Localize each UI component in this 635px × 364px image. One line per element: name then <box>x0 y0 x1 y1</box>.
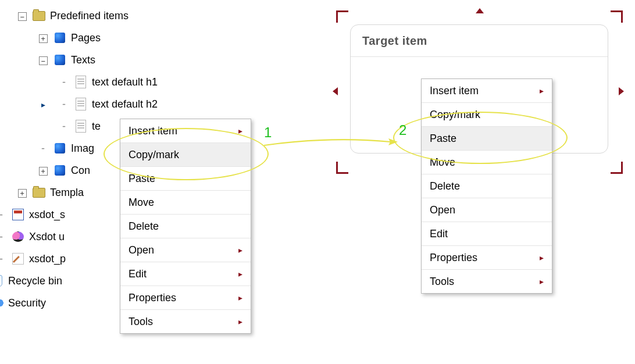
tree-label: text default h2 <box>92 98 158 110</box>
annotation-arrow-icon <box>264 137 398 149</box>
menu-delete[interactable]: Delete <box>422 174 552 198</box>
folder-icon <box>33 186 45 199</box>
users-icon <box>12 230 24 243</box>
crop-corner-icon <box>611 10 623 23</box>
menu-label: Properties <box>430 252 477 264</box>
collapse-icon[interactable]: − <box>39 56 48 65</box>
menu-tools[interactable]: Tools ▸ <box>422 269 552 293</box>
submenu-arrow-icon: ▸ <box>238 245 242 255</box>
tree-label: Con <box>71 165 90 177</box>
submenu-arrow-icon: ▸ <box>238 293 242 302</box>
annotation-ellipse <box>393 112 568 164</box>
cube-icon <box>53 142 66 155</box>
submenu-arrow-icon: ▸ <box>540 253 544 262</box>
xsdot-icon <box>12 208 24 221</box>
menu-open[interactable]: Open ▸ <box>120 238 251 262</box>
tree-node-predefined[interactable]: − Predefined items <box>12 5 256 27</box>
leaf-dash-icon: - <box>0 209 3 220</box>
tree-label: te <box>92 120 101 133</box>
menu-label: Delete <box>129 220 159 233</box>
caret-right-icon: ▸ <box>41 100 45 109</box>
leaf-dash-icon: - <box>62 98 66 110</box>
menu-open[interactable]: Open <box>422 198 552 222</box>
collapse-icon[interactable]: − <box>18 12 27 21</box>
menu-tools[interactable]: Tools ▸ <box>120 309 251 333</box>
menu-label: Tools <box>430 276 454 288</box>
folder-icon <box>33 9 45 22</box>
leaf-dash-icon: - <box>0 253 3 265</box>
tree-label: Xsdot u <box>29 231 65 243</box>
annotation-step-2: 2 <box>399 122 406 138</box>
menu-label: Delete <box>430 180 460 192</box>
menu-label: Properties <box>129 292 176 304</box>
expand-icon[interactable]: + <box>39 167 48 176</box>
menu-label: Insert item <box>430 85 479 97</box>
submenu-arrow-icon: ▸ <box>540 86 544 95</box>
crop-corner-icon <box>611 162 623 174</box>
menu-label: Edit <box>430 228 448 240</box>
crop-edge-arrow-icon <box>476 8 484 13</box>
menu-label: Move <box>129 197 154 209</box>
submenu-arrow-icon: ▸ <box>238 269 242 279</box>
crop-edge-arrow-icon <box>619 87 624 95</box>
crop-corner-icon <box>336 10 348 23</box>
tree-label: Predefined items <box>50 10 129 22</box>
tree-node-text-h1[interactable]: - text default h1 <box>12 71 256 93</box>
tree-node-pages[interactable]: + Pages <box>12 27 256 49</box>
tree-node-text-h2[interactable]: ▸ - text default h2 <box>12 93 256 115</box>
menu-edit[interactable]: Edit <box>422 222 552 245</box>
menu-label: Edit <box>129 268 147 280</box>
leaf-dash-icon: - <box>41 142 45 154</box>
tree-node-texts[interactable]: − Texts <box>12 49 256 71</box>
tree-label: Imag <box>71 142 94 155</box>
leaf-dash-icon: - <box>62 120 66 132</box>
tree-label: Recycle bin <box>8 275 62 287</box>
expand-icon[interactable]: + <box>39 34 48 43</box>
menu-properties[interactable]: Properties ▸ <box>120 286 251 309</box>
document-icon <box>74 98 87 110</box>
target-item-title: Target item <box>351 25 608 57</box>
menu-delete[interactable]: Delete <box>120 214 251 238</box>
cube-icon <box>53 164 66 177</box>
tree-label: xsdot_s <box>29 209 65 221</box>
document-icon <box>74 120 87 133</box>
menu-edit[interactable]: Edit ▸ <box>120 262 251 286</box>
pencil-icon <box>12 252 24 265</box>
context-menu-target: Insert item ▸ Copy/mark Paste Move Delet… <box>421 78 552 294</box>
crop-corner-icon <box>336 162 348 174</box>
cube-icon <box>53 31 66 44</box>
menu-label: Open <box>430 204 455 216</box>
leaf-dash-icon: - <box>62 76 66 88</box>
tree-label: text default h1 <box>92 76 158 88</box>
tree-label: Security <box>8 297 46 309</box>
leaf-dash-icon: - <box>0 231 3 242</box>
expand-icon[interactable]: + <box>18 189 27 198</box>
menu-label: Open <box>129 244 154 256</box>
document-icon <box>74 76 87 88</box>
submenu-arrow-icon: ▸ <box>540 277 544 286</box>
crop-edge-arrow-icon <box>333 87 338 95</box>
cube-icon <box>53 53 66 66</box>
tree-label: xsdot_p <box>29 253 66 265</box>
recycle-bin-icon <box>0 274 3 287</box>
menu-properties[interactable]: Properties ▸ <box>422 245 552 269</box>
tree-label: Pages <box>71 32 101 44</box>
menu-move[interactable]: Move <box>120 190 251 214</box>
menu-label: Tools <box>129 316 153 328</box>
annotation-ellipse <box>104 128 269 180</box>
submenu-arrow-icon: ▸ <box>238 317 242 326</box>
menu-insert-item[interactable]: Insert item ▸ <box>422 79 552 102</box>
security-icon <box>0 297 3 309</box>
tree-label: Texts <box>71 54 95 66</box>
tree-label: Templa <box>50 187 84 199</box>
